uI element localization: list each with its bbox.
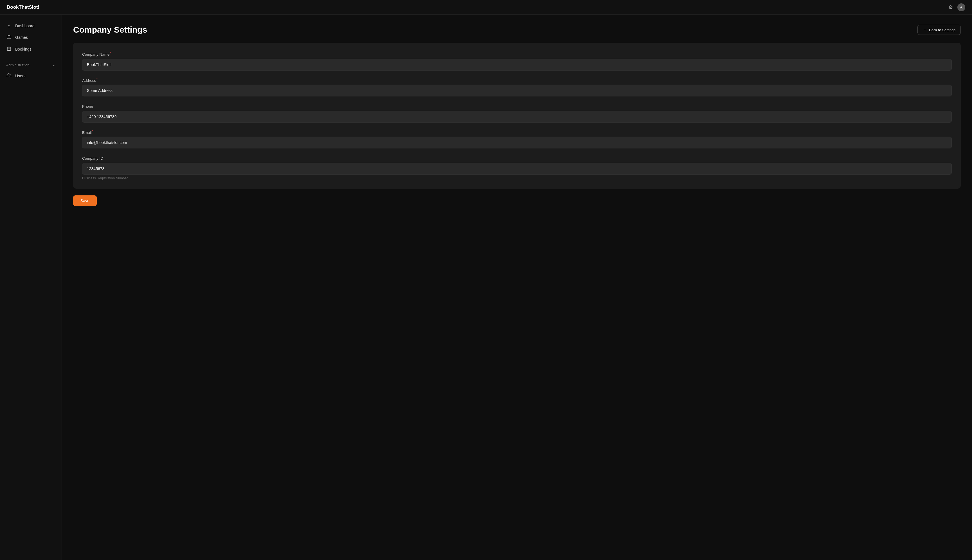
required-star: *: [92, 129, 93, 133]
svg-point-5: [8, 74, 9, 75]
arrow-left-icon: ←: [923, 28, 927, 32]
email-input[interactable]: [82, 137, 952, 148]
administration-label: Administration: [6, 63, 29, 67]
back-button-label: Back to Settings: [929, 28, 955, 32]
sidebar-item-label: Games: [15, 35, 28, 40]
required-star: *: [97, 77, 98, 81]
company-settings-form: Company Name* Address* Phone*: [73, 43, 961, 188]
company-id-label: Company ID*: [82, 155, 952, 160]
address-group: Address*: [82, 77, 952, 97]
administration-section: Administration ▲ Users: [0, 60, 62, 82]
required-star: *: [94, 103, 95, 107]
company-id-group: Company ID* Business Registration Number: [82, 155, 952, 180]
company-name-label: Company Name*: [82, 51, 952, 57]
save-button[interactable]: Save: [73, 195, 97, 206]
page-title: Company Settings: [73, 25, 147, 35]
company-id-hint: Business Registration Number: [82, 176, 952, 180]
company-name-group: Company Name*: [82, 51, 952, 70]
sidebar-item-label: Bookings: [15, 47, 32, 52]
address-input[interactable]: [82, 85, 952, 97]
sidebar-item-bookings[interactable]: Bookings: [0, 43, 62, 55]
company-name-input[interactable]: [82, 59, 952, 70]
top-navbar: BookThatSlot! ⚙ A: [0, 0, 972, 15]
required-star: *: [104, 155, 105, 158]
home-icon: ⌂: [6, 23, 12, 28]
email-group: Email*: [82, 129, 952, 149]
sidebar-item-users[interactable]: Users: [0, 70, 62, 82]
bookings-icon: [6, 47, 12, 52]
sidebar-item-label: Users: [15, 74, 26, 78]
games-icon: [6, 35, 12, 40]
users-icon: [6, 73, 12, 79]
phone-group: Phone*: [82, 103, 952, 123]
phone-label: Phone*: [82, 103, 952, 108]
sidebar-item-label: Dashboard: [15, 23, 35, 28]
main-content: Company Settings ← Back to Settings Comp…: [62, 15, 972, 560]
topnav-right: ⚙ A: [949, 3, 965, 11]
required-star: *: [110, 51, 111, 55]
avatar[interactable]: A: [957, 3, 965, 11]
svg-rect-0: [7, 36, 11, 39]
page-header: Company Settings ← Back to Settings: [73, 25, 961, 35]
sidebar: ⌂ Dashboard Games Bookings: [0, 15, 62, 560]
administration-header[interactable]: Administration ▲: [0, 60, 62, 70]
sidebar-item-dashboard[interactable]: ⌂ Dashboard: [0, 20, 62, 32]
chevron-up-icon: ▲: [52, 63, 55, 67]
app-brand: BookThatSlot!: [7, 5, 39, 10]
back-to-settings-button[interactable]: ← Back to Settings: [917, 25, 961, 35]
phone-input[interactable]: [82, 111, 952, 123]
svg-rect-1: [7, 47, 11, 51]
address-label: Address*: [82, 77, 952, 83]
email-label: Email*: [82, 129, 952, 135]
company-id-input[interactable]: [82, 163, 952, 175]
app-body: ⌂ Dashboard Games Bookings: [0, 15, 972, 560]
gear-icon[interactable]: ⚙: [949, 4, 953, 10]
sidebar-item-games[interactable]: Games: [0, 32, 62, 43]
